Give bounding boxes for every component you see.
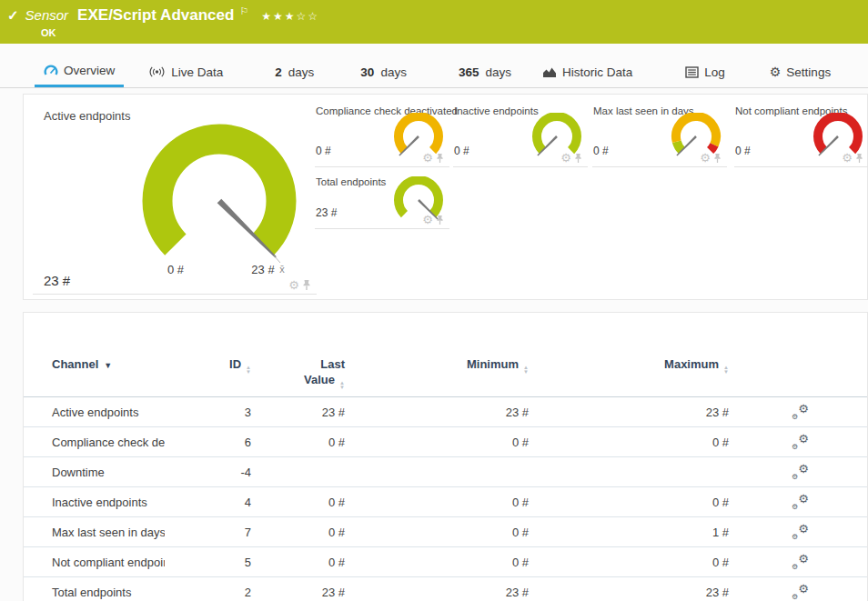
tab-label: Live Data — [171, 65, 223, 79]
channel-minimum-cell — [345, 457, 529, 487]
channel-settings-icon[interactable]: ⚙⚙ — [792, 584, 809, 598]
tab-overview[interactable]: Overview — [35, 56, 124, 87]
gauge-card-max-last-seen-in-days: Max last seen in days 0 # ⚙ — [592, 102, 727, 167]
channel-maximum-cell: 0 # — [529, 487, 729, 517]
channel-id-cell: 4 — [165, 487, 251, 517]
gauge-value: 23 # — [44, 273, 70, 288]
gear-icon[interactable]: ⚙ — [560, 152, 571, 164]
channel-minimum-cell: 23 # — [345, 397, 529, 427]
sort-icon[interactable]: ▲▼ — [246, 366, 251, 375]
column-label: Last — [320, 357, 345, 371]
channel-last-value-cell: 0 # — [251, 547, 345, 577]
gauge-scale-max: 23 # — [251, 263, 275, 276]
status-check-icon: ✓ — [7, 7, 19, 24]
tab-label: days — [288, 65, 315, 79]
priority-stars[interactable]: ★★★☆☆ — [261, 10, 319, 23]
tab-label: Settings — [786, 65, 831, 79]
channel-settings-icon[interactable]: ⚙⚙ — [792, 464, 809, 478]
gear-icon[interactable]: ⚙ — [422, 152, 433, 164]
sensor-name: EXE/Script Advanced — [77, 6, 234, 25]
gear-icon[interactable]: ⚙ — [288, 279, 299, 291]
sensor-status-bar: ✓ Sensor EXE/Script Advanced ⚐ ★★★☆☆ OK — [0, 0, 868, 44]
channel-name-cell: Not compliant endpoints — [24, 547, 165, 577]
gauge-scale-min: 0 # — [167, 263, 185, 276]
column-header-channel[interactable]: Channel▼ — [24, 349, 165, 397]
tab-number: 2 — [275, 65, 282, 79]
pin-icon[interactable] — [436, 153, 444, 164]
sort-icon[interactable]: ▲▼ — [723, 366, 729, 375]
column-label: Maximum — [664, 357, 719, 371]
table-row[interactable]: Compliance check deacti... 6 0 # 0 # 0 #… — [24, 427, 867, 457]
gear-icon: ⚙ — [770, 65, 782, 78]
channel-name-cell: Active endpoints — [24, 397, 165, 427]
pin-icon[interactable] — [713, 153, 722, 164]
channel-name-cell: Total endpoints — [24, 577, 165, 601]
tab-30-days[interactable]: 30 days — [351, 56, 416, 87]
gauge-card-total-endpoints: Total endpoints 23 # ⚙ — [315, 173, 449, 229]
broadcast-icon — [148, 65, 166, 78]
tab-365-days[interactable]: 365 days — [449, 56, 520, 87]
average-marker: x̄ — [279, 264, 285, 275]
table-row[interactable]: Not compliant endpoints 5 0 # 0 # 0 # ⚙⚙ — [24, 547, 867, 577]
tab-number: 365 — [459, 65, 479, 79]
table-row[interactable]: Inactive endpoints 4 0 # 0 # 0 # ⚙⚙ — [24, 487, 867, 517]
channel-minimum-cell: 0 # — [345, 517, 529, 547]
flag-icon[interactable]: ⚐ — [239, 5, 248, 17]
channel-settings-icon[interactable]: ⚙⚙ — [792, 404, 809, 418]
object-type-label: Sensor — [25, 7, 69, 23]
channel-minimum-cell: 0 # — [345, 427, 529, 457]
channel-id-cell: 6 — [165, 427, 251, 457]
tab-live-data[interactable]: Live Data — [139, 56, 232, 87]
channel-maximum-cell: 0 # — [529, 427, 729, 457]
gauge-card-inactive-endpoints: Inactive endpoints 0 # ⚙ — [453, 102, 588, 167]
table-row[interactable]: Downtime -4 ⚙⚙ — [24, 457, 867, 487]
channel-minimum-cell: 0 # — [345, 487, 529, 517]
channel-settings-icon[interactable]: ⚙⚙ — [792, 494, 809, 508]
channel-settings-icon[interactable]: ⚙⚙ — [792, 554, 809, 568]
sort-desc-icon[interactable]: ▼ — [104, 361, 112, 370]
tab-settings[interactable]: ⚙ Settings — [761, 56, 840, 87]
sort-icon[interactable]: ▲▼ — [339, 381, 345, 390]
channel-maximum-cell: 1 # — [529, 517, 729, 547]
primary-gauge: x̄ 0 # 23 # — [119, 115, 328, 287]
channel-maximum-cell: 0 # — [529, 547, 729, 577]
sort-icon[interactable]: ▲▼ — [523, 366, 529, 375]
channel-minimum-cell: 23 # — [345, 577, 529, 601]
pin-icon[interactable] — [436, 215, 444, 225]
channel-settings-icon[interactable]: ⚙⚙ — [792, 524, 809, 538]
gear-icon[interactable]: ⚙ — [422, 214, 433, 225]
table-row[interactable]: Active endpoints 3 23 # 23 # 23 # ⚙⚙ — [24, 397, 867, 427]
pin-icon[interactable] — [302, 279, 311, 291]
gauge-value: 0 # — [735, 145, 751, 157]
column-label: Value — [304, 373, 335, 386]
tab-label: days — [485, 65, 511, 79]
gauge-icon — [44, 64, 58, 77]
gear-icon[interactable]: ⚙ — [842, 152, 853, 164]
channel-name-cell: Inactive endpoints — [24, 487, 165, 517]
tab-bar: Overview Live Data 2 days 30 days 365 da… — [0, 56, 868, 88]
tab-label: Overview — [64, 64, 115, 77]
channel-settings-icon[interactable]: ⚙⚙ — [792, 434, 809, 448]
channel-id-cell: 7 — [165, 517, 251, 547]
tab-2-days[interactable]: 2 days — [266, 56, 323, 87]
table-row[interactable]: Max last seen in days 7 0 # 0 # 1 # ⚙⚙ — [24, 517, 867, 547]
channel-last-value-cell: 0 # — [251, 487, 345, 517]
gear-icon[interactable]: ⚙ — [700, 152, 711, 164]
column-label: ID — [229, 357, 241, 371]
tab-historic-data[interactable]: Historic Data — [533, 56, 641, 87]
column-header-id[interactable]: ID▲▼ — [165, 349, 251, 397]
column-header-last-value[interactable]: Last Value▲▼ — [251, 349, 345, 397]
gauge-card-compliance-check-deactivated: Compliance check deactivated 0 # ⚙ — [315, 102, 449, 167]
pin-icon[interactable] — [855, 153, 863, 164]
channel-name-cell: Compliance check deacti... — [24, 427, 165, 457]
column-header-minimum[interactable]: Minimum▲▼ — [345, 349, 529, 397]
channels-panel: Channel▼ ID▲▼ Last Value▲▼ Minimum▲▼ Max… — [23, 312, 868, 601]
pin-icon[interactable] — [574, 153, 582, 164]
area-chart-icon — [542, 66, 557, 78]
tab-log[interactable]: Log — [676, 56, 734, 87]
table-row[interactable]: Total endpoints 2 23 # 23 # 23 # ⚙⚙ — [24, 577, 867, 601]
column-header-maximum[interactable]: Maximum▲▼ — [529, 349, 729, 397]
channel-last-value-cell: 0 # — [251, 427, 345, 457]
tab-label: days — [380, 65, 407, 79]
channel-maximum-cell — [529, 457, 729, 487]
